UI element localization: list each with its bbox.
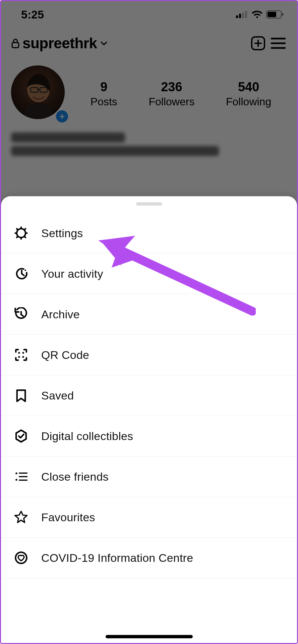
- menu-item-your-activity[interactable]: Your activity: [1, 254, 297, 294]
- menu-label: Your activity: [41, 267, 103, 280]
- qr-icon: [13, 347, 29, 363]
- menu-item-saved[interactable]: Saved: [1, 375, 297, 416]
- menu-item-covid-info[interactable]: COVID-19 Information Centre: [1, 538, 297, 578]
- svg-point-20: [22, 356, 24, 358]
- menu-label: Favourites: [41, 511, 95, 524]
- home-indicator[interactable]: [106, 635, 193, 638]
- svg-point-19: [18, 356, 20, 358]
- svg-point-17: [18, 352, 20, 354]
- menu-item-qr-code[interactable]: QR Code: [1, 335, 297, 375]
- menu-item-close-friends[interactable]: Close friends: [1, 457, 297, 497]
- menu-label: Settings: [41, 227, 83, 240]
- options-menu: Settings Your activity Archive: [1, 213, 297, 578]
- activity-icon: [13, 266, 29, 282]
- menu-item-archive[interactable]: Archive: [1, 294, 297, 335]
- menu-label: QR Code: [41, 348, 89, 362]
- close-friends-icon: [13, 469, 29, 485]
- menu-label: Saved: [41, 389, 74, 402]
- heart-circle-icon: [13, 550, 29, 566]
- gear-icon: [13, 225, 29, 241]
- menu-item-settings[interactable]: Settings: [1, 213, 297, 254]
- star-icon: [13, 509, 29, 525]
- menu-label: Digital collectibles: [41, 430, 133, 443]
- menu-label: Archive: [41, 308, 80, 321]
- hex-check-icon: [13, 428, 29, 444]
- svg-point-18: [22, 352, 24, 354]
- menu-label: COVID-19 Information Centre: [41, 551, 193, 565]
- archive-icon: [13, 306, 29, 322]
- sheet-drag-handle[interactable]: [136, 202, 162, 206]
- menu-item-digital-collectibles[interactable]: Digital collectibles: [1, 416, 297, 457]
- options-sheet: Settings Your activity Archive: [1, 196, 297, 643]
- bookmark-icon: [13, 387, 29, 404]
- menu-item-favourites[interactable]: Favourites: [1, 497, 297, 538]
- svg-point-21: [15, 552, 26, 563]
- menu-label: Close friends: [41, 470, 109, 483]
